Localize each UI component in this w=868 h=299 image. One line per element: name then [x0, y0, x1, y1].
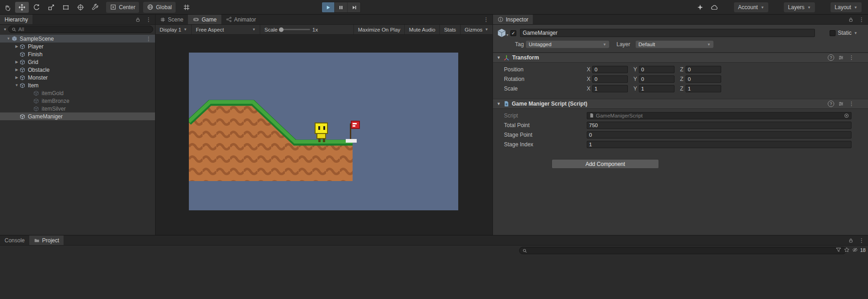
- stage-point-field[interactable]: [587, 131, 852, 139]
- rotate-tool-button[interactable]: [30, 2, 43, 13]
- gameobject-icon[interactable]: ▼: [497, 28, 510, 38]
- static-flags-chevron-icon[interactable]: ▼: [854, 31, 857, 35]
- help-icon[interactable]: ?: [828, 101, 834, 107]
- scale-slider-knob[interactable]: [279, 27, 284, 32]
- hierarchy-item-grid[interactable]: ▶ Grid: [0, 58, 155, 66]
- rect-tool-button[interactable]: [59, 2, 73, 13]
- scene-options-icon[interactable]: ⋮: [146, 36, 151, 42]
- filter-by-type-icon[interactable]: [836, 247, 841, 253]
- hierarchy-item-itemgold[interactable]: itemGold: [0, 89, 155, 97]
- hierarchy-item-samplescene[interactable]: ▼ SampleScene ⋮: [0, 35, 155, 43]
- foldout-collapsed-icon[interactable]: ▶: [14, 60, 20, 64]
- tab-console[interactable]: Console: [0, 235, 29, 245]
- panel-menu-icon[interactable]: ⋮: [859, 17, 864, 22]
- panel-menu-icon[interactable]: ⋮: [146, 17, 151, 22]
- active-checkbox[interactable]: ✓: [510, 30, 516, 36]
- pause-button[interactable]: [335, 2, 348, 12]
- tab-animator[interactable]: Animator: [221, 15, 261, 24]
- panel-menu-icon[interactable]: ⋮: [859, 238, 864, 243]
- transform-tool-button[interactable]: [74, 2, 87, 13]
- play-button[interactable]: [322, 2, 335, 12]
- script-component-header[interactable]: ▼ Game Maniger Script (Script) ? ⋮: [493, 99, 868, 109]
- script-object-field[interactable]: GameManigerScript: [587, 112, 852, 119]
- tab-scene[interactable]: Scene: [155, 15, 188, 24]
- scale-tool-button[interactable]: [44, 2, 58, 13]
- account-dropdown[interactable]: Account▼: [734, 2, 768, 12]
- position-x-field[interactable]: [592, 66, 628, 73]
- layout-dropdown[interactable]: Layout▼: [830, 2, 862, 12]
- stats-toggle[interactable]: Stats: [439, 25, 460, 34]
- foldout-expanded-icon[interactable]: ▼: [497, 101, 503, 106]
- stage-index-field[interactable]: [587, 141, 852, 148]
- maximize-on-play-toggle[interactable]: Maximize On Play: [354, 25, 405, 34]
- foldout-expanded-icon[interactable]: ▼: [14, 83, 20, 87]
- tab-game[interactable]: Game: [188, 15, 221, 24]
- foldout-collapsed-icon[interactable]: ▶: [14, 75, 20, 80]
- hierarchy-item-monster[interactable]: ▶ Monster: [0, 74, 155, 81]
- tab-hierarchy[interactable]: Hierarchy: [0, 15, 32, 24]
- position-y-field[interactable]: [639, 66, 675, 73]
- hierarchy-search[interactable]: [8, 26, 153, 33]
- layer-dropdown[interactable]: Default▼: [636, 41, 713, 48]
- object-picker-icon[interactable]: [844, 113, 849, 118]
- component-menu-icon[interactable]: ⋮: [849, 55, 854, 60]
- rotation-z-field[interactable]: [686, 75, 721, 83]
- hidden-items-icon[interactable]: [852, 247, 858, 253]
- scale-y-field[interactable]: [639, 85, 675, 92]
- custom-tool-button[interactable]: [88, 2, 102, 13]
- hierarchy-item-itemsilver[interactable]: itemSilver: [0, 105, 155, 112]
- create-menu-chevron-icon[interactable]: ▼: [2, 27, 8, 32]
- scale-slider-track[interactable]: [280, 29, 310, 30]
- tab-project[interactable]: Project: [29, 235, 64, 245]
- step-button[interactable]: [348, 2, 360, 12]
- tag-dropdown[interactable]: Untagged▼: [526, 41, 609, 48]
- sparkle-icon[interactable]: [697, 4, 704, 11]
- hand-tool-button[interactable]: [0, 2, 14, 13]
- total-point-field[interactable]: [587, 122, 852, 129]
- lock-icon[interactable]: [135, 17, 140, 22]
- grid-snap-button[interactable]: [180, 2, 193, 13]
- rotation-y-field[interactable]: [639, 75, 675, 83]
- project-content-area[interactable]: [0, 256, 868, 299]
- static-toggle[interactable]: Static ▼: [830, 30, 857, 36]
- transform-header[interactable]: ▼ Transform ? ⋮: [493, 53, 868, 63]
- hierarchy-item-item[interactable]: ▼ Item: [0, 81, 155, 89]
- component-menu-icon[interactable]: ⋮: [849, 101, 854, 107]
- mute-audio-toggle[interactable]: Mute Audio: [404, 25, 439, 34]
- game-viewport[interactable]: [189, 53, 458, 210]
- layers-dropdown[interactable]: Layers▼: [784, 2, 815, 12]
- hierarchy-item-finish[interactable]: Finish: [0, 50, 155, 58]
- hierarchy-item-obstacle[interactable]: ▶ Obstacle: [0, 66, 155, 74]
- lock-icon[interactable]: [848, 238, 853, 243]
- object-name-field[interactable]: [520, 29, 815, 37]
- gizmos-dropdown[interactable]: Gizmos▼: [460, 25, 493, 34]
- foldout-collapsed-icon[interactable]: ▶: [14, 68, 20, 72]
- aspect-dropdown[interactable]: Free Aspect▼: [192, 25, 260, 34]
- hierarchy-item-gamemaniger[interactable]: GameManiger: [0, 112, 155, 120]
- presets-icon[interactable]: [838, 54, 844, 61]
- panel-menu-icon[interactable]: ⋮: [483, 17, 489, 22]
- hierarchy-item-player[interactable]: ▶ Player: [0, 43, 155, 50]
- rotation-x-field[interactable]: [592, 75, 628, 83]
- foldout-expanded-icon[interactable]: ▼: [497, 55, 503, 60]
- project-search-input[interactable]: [529, 248, 843, 253]
- help-icon[interactable]: ?: [828, 54, 834, 61]
- foldout-expanded-icon[interactable]: ▼: [5, 37, 11, 41]
- scale-slider[interactable]: Scale 1x: [260, 25, 322, 34]
- hierarchy-search-input[interactable]: [18, 27, 150, 32]
- foldout-collapsed-icon[interactable]: ▶: [14, 44, 20, 48]
- project-search[interactable]: [519, 247, 847, 254]
- presets-icon[interactable]: [838, 101, 844, 107]
- hierarchy-item-itembronze[interactable]: itemBronze: [0, 97, 155, 105]
- tab-inspector[interactable]: Inspector: [493, 15, 533, 24]
- scale-x-field[interactable]: [592, 85, 628, 92]
- move-tool-button[interactable]: [15, 2, 29, 13]
- position-z-field[interactable]: [686, 66, 721, 73]
- static-checkbox[interactable]: [830, 30, 836, 36]
- add-component-button[interactable]: Add Component: [552, 159, 659, 169]
- space-toggle-button[interactable]: Global: [143, 2, 176, 13]
- cloud-icon[interactable]: [710, 4, 718, 11]
- favorites-star-icon[interactable]: [844, 247, 850, 253]
- scale-z-field[interactable]: [686, 85, 721, 92]
- display-dropdown[interactable]: Display 1▼: [155, 25, 192, 34]
